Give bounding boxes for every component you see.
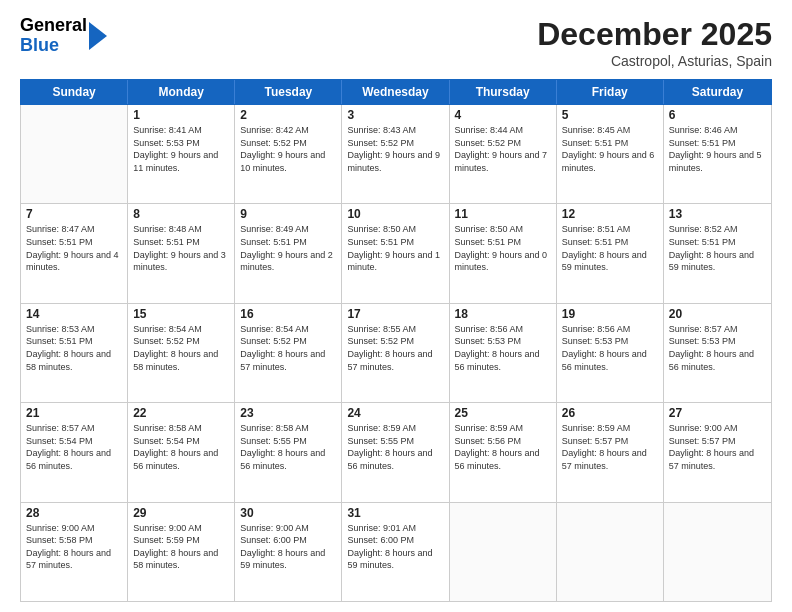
- sunset-text: Sunset: 5:51 PM: [240, 236, 336, 249]
- sunrise-text: Sunrise: 8:59 AM: [455, 422, 551, 435]
- day-number: 31: [347, 506, 443, 520]
- sunset-text: Sunset: 5:52 PM: [347, 137, 443, 150]
- logo-general: General: [20, 16, 87, 36]
- sunrise-text: Sunrise: 8:59 AM: [562, 422, 658, 435]
- page: General Blue December 2025 Castropol, As…: [0, 0, 792, 612]
- sunset-text: Sunset: 5:57 PM: [562, 435, 658, 448]
- sunrise-text: Sunrise: 8:54 AM: [240, 323, 336, 336]
- sunset-text: Sunset: 5:52 PM: [347, 335, 443, 348]
- calendar-cell: [664, 503, 771, 601]
- weekday-header: Wednesday: [342, 80, 449, 104]
- sunset-text: Sunset: 5:52 PM: [133, 335, 229, 348]
- header: General Blue December 2025 Castropol, As…: [20, 16, 772, 69]
- sunrise-text: Sunrise: 8:41 AM: [133, 124, 229, 137]
- calendar-cell: 9Sunrise: 8:49 AMSunset: 5:51 PMDaylight…: [235, 204, 342, 302]
- title-block: December 2025 Castropol, Asturias, Spain: [537, 16, 772, 69]
- sunrise-text: Sunrise: 8:53 AM: [26, 323, 122, 336]
- calendar-week: 21Sunrise: 8:57 AMSunset: 5:54 PMDayligh…: [21, 403, 771, 502]
- day-number: 2: [240, 108, 336, 122]
- calendar-week: 7Sunrise: 8:47 AMSunset: 5:51 PMDaylight…: [21, 204, 771, 303]
- sunrise-text: Sunrise: 8:52 AM: [669, 223, 766, 236]
- sunrise-text: Sunrise: 8:56 AM: [562, 323, 658, 336]
- weekday-header: Friday: [557, 80, 664, 104]
- sunset-text: Sunset: 5:56 PM: [455, 435, 551, 448]
- sunrise-text: Sunrise: 9:00 AM: [669, 422, 766, 435]
- calendar-week: 28Sunrise: 9:00 AMSunset: 5:58 PMDayligh…: [21, 503, 771, 601]
- day-number: 16: [240, 307, 336, 321]
- sunrise-text: Sunrise: 8:55 AM: [347, 323, 443, 336]
- day-number: 24: [347, 406, 443, 420]
- day-number: 20: [669, 307, 766, 321]
- weekday-header: Saturday: [664, 80, 771, 104]
- daylight-text: Daylight: 8 hours and 56 minutes.: [26, 447, 122, 472]
- calendar-cell: 22Sunrise: 8:58 AMSunset: 5:54 PMDayligh…: [128, 403, 235, 501]
- sunset-text: Sunset: 5:51 PM: [347, 236, 443, 249]
- calendar-cell: 10Sunrise: 8:50 AMSunset: 5:51 PMDayligh…: [342, 204, 449, 302]
- calendar-body: 1Sunrise: 8:41 AMSunset: 5:53 PMDaylight…: [20, 105, 772, 602]
- daylight-text: Daylight: 9 hours and 6 minutes.: [562, 149, 658, 174]
- day-number: 9: [240, 207, 336, 221]
- sunset-text: Sunset: 5:51 PM: [669, 137, 766, 150]
- calendar-cell: 12Sunrise: 8:51 AMSunset: 5:51 PMDayligh…: [557, 204, 664, 302]
- calendar-cell: 7Sunrise: 8:47 AMSunset: 5:51 PMDaylight…: [21, 204, 128, 302]
- day-number: 21: [26, 406, 122, 420]
- calendar-cell: 13Sunrise: 8:52 AMSunset: 5:51 PMDayligh…: [664, 204, 771, 302]
- sunset-text: Sunset: 5:51 PM: [26, 236, 122, 249]
- daylight-text: Daylight: 8 hours and 56 minutes.: [669, 348, 766, 373]
- sunset-text: Sunset: 5:51 PM: [562, 236, 658, 249]
- daylight-text: Daylight: 8 hours and 56 minutes.: [347, 447, 443, 472]
- daylight-text: Daylight: 8 hours and 57 minutes.: [347, 348, 443, 373]
- calendar-cell: 27Sunrise: 9:00 AMSunset: 5:57 PMDayligh…: [664, 403, 771, 501]
- day-number: 28: [26, 506, 122, 520]
- sunset-text: Sunset: 5:54 PM: [133, 435, 229, 448]
- logo-text: General Blue: [20, 16, 87, 56]
- day-number: 13: [669, 207, 766, 221]
- calendar-cell: 2Sunrise: 8:42 AMSunset: 5:52 PMDaylight…: [235, 105, 342, 203]
- sunset-text: Sunset: 5:59 PM: [133, 534, 229, 547]
- daylight-text: Daylight: 8 hours and 59 minutes.: [240, 547, 336, 572]
- day-number: 3: [347, 108, 443, 122]
- daylight-text: Daylight: 9 hours and 1 minute.: [347, 249, 443, 274]
- sunset-text: Sunset: 5:58 PM: [26, 534, 122, 547]
- sunset-text: Sunset: 5:53 PM: [133, 137, 229, 150]
- calendar-cell: 14Sunrise: 8:53 AMSunset: 5:51 PMDayligh…: [21, 304, 128, 402]
- sunset-text: Sunset: 5:55 PM: [347, 435, 443, 448]
- day-number: 12: [562, 207, 658, 221]
- sunset-text: Sunset: 5:52 PM: [240, 137, 336, 150]
- calendar-week: 14Sunrise: 8:53 AMSunset: 5:51 PMDayligh…: [21, 304, 771, 403]
- calendar-cell: [450, 503, 557, 601]
- sunset-text: Sunset: 5:51 PM: [669, 236, 766, 249]
- day-number: 18: [455, 307, 551, 321]
- sunrise-text: Sunrise: 9:01 AM: [347, 522, 443, 535]
- calendar-cell: 15Sunrise: 8:54 AMSunset: 5:52 PMDayligh…: [128, 304, 235, 402]
- sunrise-text: Sunrise: 8:45 AM: [562, 124, 658, 137]
- sunrise-text: Sunrise: 8:56 AM: [455, 323, 551, 336]
- day-number: 25: [455, 406, 551, 420]
- daylight-text: Daylight: 9 hours and 4 minutes.: [26, 249, 122, 274]
- daylight-text: Daylight: 8 hours and 57 minutes.: [26, 547, 122, 572]
- weekday-header: Thursday: [450, 80, 557, 104]
- daylight-text: Daylight: 9 hours and 0 minutes.: [455, 249, 551, 274]
- sunset-text: Sunset: 5:51 PM: [455, 236, 551, 249]
- calendar-cell: 19Sunrise: 8:56 AMSunset: 5:53 PMDayligh…: [557, 304, 664, 402]
- calendar-cell: 28Sunrise: 9:00 AMSunset: 5:58 PMDayligh…: [21, 503, 128, 601]
- day-number: 17: [347, 307, 443, 321]
- daylight-text: Daylight: 8 hours and 57 minutes.: [669, 447, 766, 472]
- sunrise-text: Sunrise: 8:49 AM: [240, 223, 336, 236]
- daylight-text: Daylight: 8 hours and 56 minutes.: [133, 447, 229, 472]
- calendar-cell: 31Sunrise: 9:01 AMSunset: 6:00 PMDayligh…: [342, 503, 449, 601]
- calendar-header: SundayMondayTuesdayWednesdayThursdayFrid…: [20, 79, 772, 105]
- sunset-text: Sunset: 5:51 PM: [562, 137, 658, 150]
- day-number: 22: [133, 406, 229, 420]
- calendar-cell: 24Sunrise: 8:59 AMSunset: 5:55 PMDayligh…: [342, 403, 449, 501]
- calendar-cell: 29Sunrise: 9:00 AMSunset: 5:59 PMDayligh…: [128, 503, 235, 601]
- calendar: SundayMondayTuesdayWednesdayThursdayFrid…: [20, 79, 772, 602]
- sunset-text: Sunset: 6:00 PM: [240, 534, 336, 547]
- sunset-text: Sunset: 5:54 PM: [26, 435, 122, 448]
- sunrise-text: Sunrise: 8:57 AM: [26, 422, 122, 435]
- day-number: 26: [562, 406, 658, 420]
- sunrise-text: Sunrise: 8:54 AM: [133, 323, 229, 336]
- daylight-text: Daylight: 9 hours and 9 minutes.: [347, 149, 443, 174]
- day-number: 15: [133, 307, 229, 321]
- daylight-text: Daylight: 9 hours and 3 minutes.: [133, 249, 229, 274]
